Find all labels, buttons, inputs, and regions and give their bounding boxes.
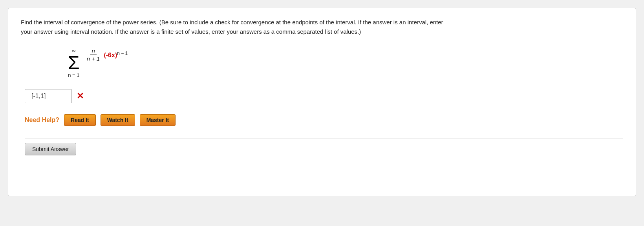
sigma-symbol: Σ [68,53,80,72]
fraction-numerator: n [90,47,96,55]
power-expression: (-6x)n − 1 [104,51,128,59]
power-exponent: n − 1 [117,51,128,56]
read-it-button[interactable]: Read It [64,114,96,126]
fraction: n n + 1 [85,47,102,62]
problem-card: Find the interval of convergence of the … [8,8,636,196]
submit-answer-button[interactable]: Submit Answer [25,143,76,155]
watch-it-button[interactable]: Watch It [101,114,135,126]
master-it-button[interactable]: Master It [140,114,176,126]
sum-lower: n = 1 [68,72,79,78]
help-row: Need Help? Read It Watch It Master It [25,114,623,126]
fraction-expression: n n + 1 (-6x)n − 1 [85,47,128,62]
page-wrapper: Find the interval of convergence of the … [0,0,644,204]
fraction-denominator: n + 1 [85,55,102,62]
submit-area: Submit Answer [25,139,623,155]
answer-area: [-1,1] ✕ [25,89,623,103]
problem-description: Find the interval of convergence of the … [21,18,453,36]
formula-area: ∞ Σ n = 1 n n + 1 (-6x)n − 1 [68,47,623,78]
answer-box: [-1,1] [25,89,72,103]
power-base: (-6x) [104,52,117,58]
need-help-label: Need Help? [25,117,59,124]
wrong-mark-icon: ✕ [77,91,84,101]
summation-block: ∞ Σ n = 1 [68,47,80,78]
